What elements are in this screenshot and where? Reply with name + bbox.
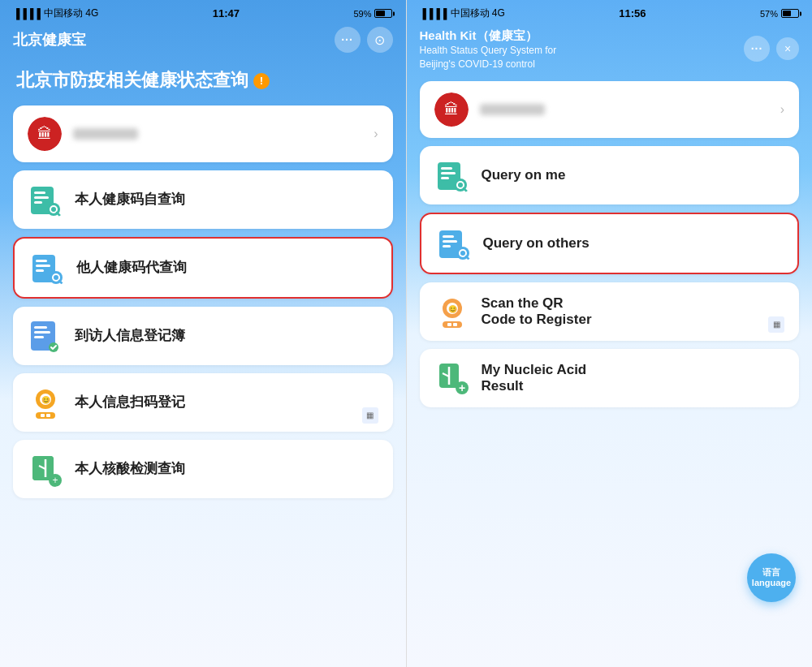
- right-battery-area: 57%: [760, 9, 799, 19]
- query-others-svg: [436, 226, 472, 261]
- left-dots-button[interactable]: ···: [335, 27, 361, 53]
- left-nucleic-icon: +: [28, 451, 63, 487]
- left-profile-name-blur: [73, 128, 138, 140]
- nucleic-right-svg: +: [434, 360, 470, 396]
- svg-text:🏛: 🏛: [444, 101, 459, 118]
- qr-svg: 😊: [28, 385, 63, 420]
- right-profile-name-blur: [480, 104, 545, 115]
- right-query-me-label: Query on me: [482, 167, 785, 183]
- left-cards-container: 本人健康码自查询 他人健康码代查询: [0, 170, 406, 667]
- right-status-bar: ▐▐▐▐ 中国移动 4G 11:56 57%: [407, 0, 813, 24]
- left-carrier: ▐▐▐▐ 中国移动 4G: [13, 6, 98, 20]
- left-card-nucleic[interactable]: + 本人核酸检测查询: [13, 440, 393, 498]
- right-card-scan-qr[interactable]: 😊 Scan the QR Code to Register ▦: [420, 282, 800, 341]
- self-query-svg: [28, 182, 63, 217]
- svg-rect-58: [453, 323, 457, 326]
- left-target-button[interactable]: ⊙: [367, 27, 393, 53]
- right-dots-button[interactable]: ···: [744, 36, 770, 62]
- right-card-nucleic[interactable]: + My Nucleic Acid Result: [420, 349, 800, 407]
- nucleic-svg: +: [28, 451, 63, 487]
- right-card-query-others[interactable]: Query on others: [420, 213, 800, 274]
- query-me-svg: [434, 157, 470, 193]
- right-close-button[interactable]: ×: [776, 37, 799, 60]
- svg-rect-12: [36, 265, 50, 267]
- svg-text:+: +: [52, 475, 58, 486]
- svg-point-16: [54, 275, 58, 280]
- svg-rect-40: [441, 177, 449, 179]
- svg-rect-57: [447, 323, 451, 326]
- left-profile-info: [73, 128, 362, 140]
- right-query-me-icon: [434, 157, 470, 193]
- left-battery-icon: [374, 9, 392, 18]
- left-profile-card[interactable]: 🏛 ›: [13, 105, 393, 162]
- svg-rect-13: [36, 269, 44, 272]
- right-title-line3: Beijing's COVID-19 control: [420, 58, 557, 71]
- right-scan-qr-label: Scan the QR Code to Register: [482, 295, 785, 328]
- left-card-visitor-log[interactable]: 到访人信息登记簿: [13, 307, 393, 365]
- svg-rect-4: [34, 196, 49, 199]
- language-fab[interactable]: 语言 language: [747, 553, 796, 602]
- svg-point-51: [460, 251, 465, 256]
- left-battery-pct: 59%: [353, 9, 371, 19]
- svg-line-17: [59, 281, 63, 284]
- svg-rect-46: [443, 235, 454, 238]
- left-time: 11:47: [213, 7, 240, 19]
- svg-rect-26: [36, 412, 55, 419]
- visitor-svg: [28, 318, 63, 354]
- svg-rect-28: [46, 414, 50, 417]
- svg-text:😊: 😊: [41, 395, 51, 405]
- right-profile-card[interactable]: 🏛 ›: [420, 81, 800, 138]
- svg-rect-47: [443, 240, 457, 243]
- right-carrier: ▐▐▐▐ 中国移动 4G: [420, 6, 505, 20]
- left-battery-area: 59%: [353, 9, 392, 19]
- left-proxy-label: 他人健康码代查询: [76, 258, 377, 277]
- svg-rect-19: [34, 326, 47, 329]
- lang-line1: 语言: [762, 567, 780, 578]
- right-nucleic-icon: +: [434, 360, 470, 396]
- svg-rect-5: [34, 201, 42, 204]
- right-card-query-me[interactable]: Query on me: [420, 146, 800, 204]
- svg-point-8: [51, 207, 56, 212]
- right-profile-info: [480, 104, 769, 115]
- svg-text:🏛: 🏛: [37, 125, 52, 142]
- left-visitor-icon: [28, 318, 63, 354]
- right-battery-icon: [781, 9, 799, 18]
- svg-line-9: [57, 213, 60, 216]
- left-card-proxy-query[interactable]: 他人健康码代查询: [13, 237, 393, 299]
- right-signal-icon: ▐▐▐▐: [420, 8, 447, 19]
- right-nucleic-label: My Nucleic Acid Result: [482, 362, 785, 394]
- right-title-line1: Health Kit（健康宝）: [420, 27, 557, 44]
- svg-rect-48: [443, 245, 451, 247]
- svg-rect-11: [36, 260, 47, 262]
- left-qr-icon: 😊: [28, 385, 63, 420]
- left-panel: ▐▐▐▐ 中国移动 4G 11:47 59% 北京健康宝 ··· ⊙ 北京市防疫…: [0, 0, 406, 667]
- right-battery-pct: 57%: [760, 9, 778, 19]
- svg-rect-3: [34, 191, 45, 194]
- left-logo-svg: 🏛: [28, 117, 62, 151]
- left-page-title-section: 北京市防疫相关健康状态查询!: [0, 59, 406, 105]
- right-scan-qr-icon: 😊: [434, 294, 470, 329]
- svg-text:😊: 😊: [447, 304, 457, 314]
- lang-line2: language: [752, 578, 791, 588]
- warning-icon: !: [253, 73, 270, 89]
- right-query-others-label: Query on others: [483, 235, 784, 252]
- left-self-query-icon: [28, 182, 63, 217]
- left-profile-arrow: ›: [374, 127, 378, 141]
- left-status-bar: ▐▐▐▐ 中国移动 4G 11:47 59%: [0, 0, 406, 24]
- svg-line-44: [464, 188, 467, 191]
- svg-point-43: [458, 183, 463, 187]
- left-proxy-icon: [29, 250, 65, 286]
- left-app-header: 北京健康宝 ··· ⊙: [0, 24, 406, 59]
- left-profile-logo: 🏛: [28, 117, 62, 151]
- left-card-self-query[interactable]: 本人健康码自查询: [13, 170, 393, 229]
- right-query-others-icon: [436, 226, 472, 261]
- right-profile-arrow: ›: [780, 102, 784, 117]
- svg-text:+: +: [458, 381, 464, 394]
- scan-qr-svg: 😊: [434, 294, 470, 329]
- svg-rect-38: [441, 167, 452, 170]
- right-header-icons: ··· ×: [744, 36, 799, 62]
- left-header-icons: ··· ⊙: [335, 27, 393, 53]
- right-scan-badge: ▦: [768, 316, 784, 333]
- left-card-self-qr[interactable]: 😊 本人信息扫码登记 ▦: [13, 373, 393, 432]
- left-visitor-label: 到访人信息登记簿: [75, 326, 378, 345]
